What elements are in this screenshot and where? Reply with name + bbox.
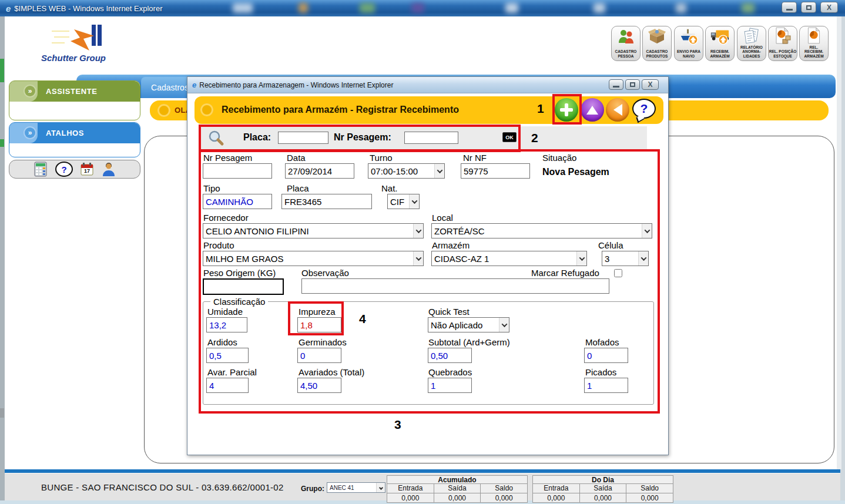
quebrados-input[interactable] bbox=[428, 378, 472, 393]
help-button[interactable]: ? bbox=[632, 99, 656, 119]
recebimento-form: Nr Pesagem Data Turno 07:00-15:00 Nr NF … bbox=[199, 149, 660, 414]
umidade-input[interactable] bbox=[206, 317, 247, 332]
calculator-icon[interactable] bbox=[33, 162, 48, 177]
marcar-refugado-checkbox[interactable] bbox=[614, 269, 622, 277]
local-select[interactable]: ZORTÉA/SC bbox=[431, 223, 652, 238]
subtotal-label: Subtotal (Ard+Germ) bbox=[428, 337, 510, 347]
calendar-icon[interactable]: 17 bbox=[80, 162, 94, 176]
armazem-select[interactable]: CIDASC-AZ 1 bbox=[431, 251, 587, 266]
peso-origem-input[interactable] bbox=[203, 278, 284, 295]
modal-maximize-button[interactable] bbox=[625, 79, 640, 90]
ardidos-label: Ardidos bbox=[207, 337, 237, 347]
toolbar-relatorio-anormalidades[interactable]: RELATÓRIO ANORMA- LIDADES bbox=[737, 26, 766, 61]
placa-input[interactable] bbox=[281, 194, 372, 209]
close-button[interactable]: X bbox=[820, 2, 838, 13]
ie-icon: e bbox=[6, 4, 11, 14]
nat-select[interactable]: CIF bbox=[387, 194, 420, 209]
avariados-total-input[interactable] bbox=[297, 378, 341, 393]
turno-select[interactable]: 07:00-15:00 bbox=[368, 163, 445, 179]
placa-search-label: Placa: bbox=[243, 132, 271, 143]
produto-label: Produto bbox=[203, 240, 234, 250]
subtotal-input[interactable] bbox=[428, 348, 472, 363]
toolbar-rel-recebim-armazem[interactable]: REL. RECEBIM. ARMAZÉM bbox=[799, 26, 829, 61]
modal-close-button[interactable]: X bbox=[642, 79, 659, 90]
peso-origem-label: Peso Origem (KG) bbox=[203, 268, 276, 278]
person-icon[interactable] bbox=[101, 162, 116, 177]
documents-icon bbox=[742, 27, 761, 45]
quick-test-select[interactable]: Não Aplicado bbox=[428, 317, 509, 332]
annotation-2: 2 bbox=[531, 131, 538, 145]
tipo-input[interactable] bbox=[203, 194, 272, 209]
modal-title: Recebimento para Armazenagem - Windows I… bbox=[199, 81, 393, 89]
col-header: Entrada bbox=[533, 484, 580, 493]
page-scrollbar[interactable] bbox=[837, 16, 841, 469]
grupo-select[interactable]: ANEC 41 bbox=[327, 482, 385, 493]
add-button[interactable] bbox=[555, 98, 578, 122]
impureza-input[interactable] bbox=[297, 317, 341, 332]
quick-test-label: Quick Test bbox=[428, 307, 470, 317]
picados-input[interactable] bbox=[584, 378, 628, 393]
toolbar-cadastro-produtos[interactable]: CADASTRO PRODUTOS bbox=[642, 26, 672, 61]
germinados-label: Germinados bbox=[299, 337, 347, 347]
blurred-taskbar-item bbox=[593, 3, 605, 13]
help-balloon-icon[interactable]: ? bbox=[55, 162, 73, 177]
arrow-left-icon bbox=[613, 104, 622, 116]
bullet-icon bbox=[200, 103, 213, 116]
avar-parcial-input[interactable] bbox=[206, 378, 249, 393]
main-titlebar: e $IMPLES WEB - Windows Internet Explore… bbox=[0, 0, 845, 16]
blurred-taskbar-item bbox=[233, 3, 253, 13]
bullet-icon bbox=[157, 104, 170, 117]
fornecedor-select[interactable]: CELIO ANTONIO FILIPINI bbox=[203, 223, 424, 238]
atalhos-label: ATALHOS bbox=[46, 129, 84, 137]
toolbar-cadastro-pessoa[interactable]: CADASTRO PESSOA bbox=[611, 26, 641, 61]
nr-nf-input[interactable] bbox=[461, 163, 530, 179]
cell-value: 0,000 bbox=[387, 493, 434, 502]
toolbar-envio-para-navio[interactable]: ENVIO PARA NAVIO bbox=[674, 26, 703, 61]
desktop-peek bbox=[0, 59, 4, 82]
observacao-input[interactable] bbox=[301, 278, 609, 294]
back-button[interactable] bbox=[606, 98, 629, 122]
pesagem-search-label: Nr Pesagem: bbox=[334, 132, 391, 143]
col-header: Saída bbox=[434, 484, 481, 493]
window-left-border bbox=[0, 16, 5, 500]
data-input[interactable] bbox=[285, 163, 354, 179]
up-button[interactable] bbox=[581, 98, 604, 122]
chevron-down-icon bbox=[641, 255, 646, 261]
do-dia-table: Do Dia Entrada Saída Saldo 0,000 0,000 0… bbox=[532, 475, 673, 503]
grupo-label: Grupo: bbox=[301, 485, 324, 493]
celula-label: Célula bbox=[598, 240, 623, 250]
blurred-taskbar-item bbox=[360, 3, 375, 13]
nr-pesagem-input[interactable] bbox=[203, 163, 272, 179]
company-label: BUNGE - SAO FRANCISCO DO SUL - 03.639.66… bbox=[41, 482, 284, 492]
data-label: Data bbox=[287, 153, 306, 163]
sidebar-atalhos-panel[interactable]: » ATALHOS bbox=[9, 122, 140, 157]
sidebar-assistente-panel[interactable]: » ASSISTENTE bbox=[9, 80, 140, 120]
minimize-button[interactable] bbox=[782, 2, 797, 13]
armazem-label: Armazém bbox=[432, 240, 470, 250]
ardidos-input[interactable] bbox=[206, 348, 249, 363]
chevron-down-icon bbox=[579, 255, 585, 261]
placa-search-input[interactable] bbox=[278, 132, 328, 144]
blurred-taskbar-item bbox=[742, 3, 755, 13]
blurred-taskbar-item bbox=[411, 3, 424, 13]
classificacao-fieldset: Classificação Umidade Impureza 4 Quick T… bbox=[203, 301, 654, 405]
screen: e $IMPLES WEB - Windows Internet Explore… bbox=[0, 0, 845, 504]
produto-select[interactable]: MILHO EM GRAOS bbox=[203, 251, 424, 266]
situacao-value: Nova Pesagem bbox=[542, 167, 609, 177]
logo-arrow-icon bbox=[40, 23, 110, 53]
modal-header-title: Recebimento para Armazém - Registrar Rec… bbox=[222, 105, 459, 115]
pesagem-search-input[interactable] bbox=[404, 132, 458, 144]
picados-label: Picados bbox=[585, 367, 616, 377]
celula-select[interactable]: 3 bbox=[602, 251, 649, 266]
germinados-input[interactable] bbox=[297, 348, 341, 363]
modal-minimize-button[interactable] bbox=[609, 79, 623, 90]
box-icon bbox=[648, 27, 666, 46]
toolbar-rel-posicao-estoque[interactable]: REL. POSIÇÃO ESTOQUE bbox=[768, 26, 797, 61]
maximize-button[interactable] bbox=[801, 2, 816, 13]
chevron-right-icon: » bbox=[25, 127, 35, 138]
ok-button[interactable]: OK bbox=[502, 132, 517, 142]
tipo-label: Tipo bbox=[203, 183, 220, 193]
toolbar-recebim-armazem[interactable]: RECEBIM. ARMAZÉM bbox=[705, 26, 735, 61]
mofados-input[interactable] bbox=[584, 348, 628, 363]
desktop-peek bbox=[0, 408, 4, 418]
